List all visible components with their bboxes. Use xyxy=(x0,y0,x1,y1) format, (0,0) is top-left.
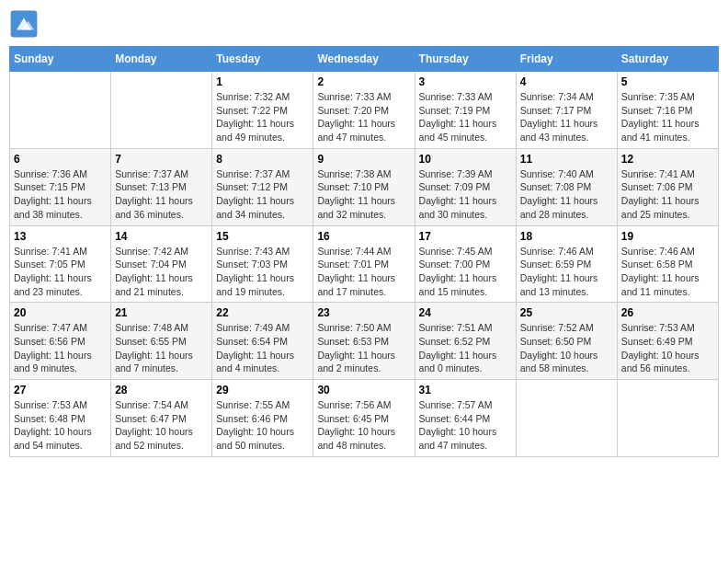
calendar-week-5: 27Sunrise: 7:53 AM Sunset: 6:48 PM Dayli… xyxy=(10,380,719,457)
day-info: Sunrise: 7:42 AM Sunset: 7:04 PM Dayligh… xyxy=(115,245,208,299)
day-number: 29 xyxy=(216,384,309,396)
logo xyxy=(9,9,42,39)
calendar-cell: 13Sunrise: 7:41 AM Sunset: 7:05 PM Dayli… xyxy=(10,225,111,303)
calendar-cell: 29Sunrise: 7:55 AM Sunset: 6:46 PM Dayli… xyxy=(212,380,313,457)
day-info: Sunrise: 7:41 AM Sunset: 7:05 PM Dayligh… xyxy=(14,245,107,299)
day-info: Sunrise: 7:55 AM Sunset: 6:46 PM Dayligh… xyxy=(216,398,309,453)
calendar-cell: 20Sunrise: 7:47 AM Sunset: 6:56 PM Dayli… xyxy=(10,303,111,380)
day-number: 15 xyxy=(216,230,309,243)
calendar-cell: 5Sunrise: 7:35 AM Sunset: 7:16 PM Daylig… xyxy=(617,72,718,149)
calendar-cell: 26Sunrise: 7:53 AM Sunset: 6:49 PM Dayli… xyxy=(617,303,718,380)
day-number: 21 xyxy=(115,306,208,319)
calendar-cell: 2Sunrise: 7:33 AM Sunset: 7:20 PM Daylig… xyxy=(313,72,415,149)
calendar-header-wednesday: Wednesday xyxy=(313,47,415,72)
day-info: Sunrise: 7:34 AM Sunset: 7:17 PM Dayligh… xyxy=(520,90,613,144)
calendar-cell: 3Sunrise: 7:33 AM Sunset: 7:19 PM Daylig… xyxy=(415,72,516,149)
calendar-cell: 25Sunrise: 7:52 AM Sunset: 6:50 PM Dayli… xyxy=(516,303,617,380)
calendar-header-thursday: Thursday xyxy=(415,47,516,72)
day-number: 1 xyxy=(216,75,309,88)
day-number: 28 xyxy=(115,384,208,396)
day-number: 24 xyxy=(419,306,512,319)
day-info: Sunrise: 7:40 AM Sunset: 7:08 PM Dayligh… xyxy=(520,167,613,222)
day-number: 20 xyxy=(14,306,107,319)
day-number: 17 xyxy=(419,230,512,243)
calendar-cell: 18Sunrise: 7:46 AM Sunset: 6:59 PM Dayli… xyxy=(516,225,617,303)
day-number: 23 xyxy=(317,306,410,319)
day-info: Sunrise: 7:41 AM Sunset: 7:06 PM Dayligh… xyxy=(621,167,714,222)
calendar-cell: 30Sunrise: 7:56 AM Sunset: 6:45 PM Dayli… xyxy=(313,380,415,457)
calendar-week-3: 13Sunrise: 7:41 AM Sunset: 7:05 PM Dayli… xyxy=(10,225,719,303)
calendar: SundayMondayTuesdayWednesdayThursdayFrid… xyxy=(9,46,719,457)
day-info: Sunrise: 7:47 AM Sunset: 6:56 PM Dayligh… xyxy=(14,321,107,375)
calendar-cell: 7Sunrise: 7:37 AM Sunset: 7:13 PM Daylig… xyxy=(111,148,212,225)
day-info: Sunrise: 7:48 AM Sunset: 6:55 PM Dayligh… xyxy=(115,321,208,375)
day-info: Sunrise: 7:37 AM Sunset: 7:12 PM Dayligh… xyxy=(216,167,309,222)
day-number: 19 xyxy=(621,230,714,243)
day-info: Sunrise: 7:46 AM Sunset: 6:58 PM Dayligh… xyxy=(621,245,714,299)
logo-icon xyxy=(9,9,39,39)
day-number: 25 xyxy=(520,306,613,319)
day-info: Sunrise: 7:32 AM Sunset: 7:22 PM Dayligh… xyxy=(216,90,309,144)
calendar-cell: 24Sunrise: 7:51 AM Sunset: 6:52 PM Dayli… xyxy=(415,303,516,380)
calendar-week-4: 20Sunrise: 7:47 AM Sunset: 6:56 PM Dayli… xyxy=(10,303,719,380)
calendar-cell: 9Sunrise: 7:38 AM Sunset: 7:10 PM Daylig… xyxy=(313,148,415,225)
calendar-cell: 28Sunrise: 7:54 AM Sunset: 6:47 PM Dayli… xyxy=(111,380,212,457)
day-info: Sunrise: 7:51 AM Sunset: 6:52 PM Dayligh… xyxy=(419,321,512,375)
calendar-cell xyxy=(617,380,718,457)
calendar-header-tuesday: Tuesday xyxy=(212,47,313,72)
calendar-header-monday: Monday xyxy=(111,47,212,72)
day-number: 30 xyxy=(317,384,410,396)
day-info: Sunrise: 7:33 AM Sunset: 7:19 PM Dayligh… xyxy=(419,90,512,144)
calendar-header-saturday: Saturday xyxy=(617,47,718,72)
day-info: Sunrise: 7:44 AM Sunset: 7:01 PM Dayligh… xyxy=(317,245,410,299)
day-number: 31 xyxy=(419,384,512,396)
day-info: Sunrise: 7:52 AM Sunset: 6:50 PM Dayligh… xyxy=(520,321,613,375)
calendar-cell: 4Sunrise: 7:34 AM Sunset: 7:17 PM Daylig… xyxy=(516,72,617,149)
calendar-header-row: SundayMondayTuesdayWednesdayThursdayFrid… xyxy=(10,47,719,72)
page-header xyxy=(9,9,719,39)
day-number: 12 xyxy=(621,153,714,166)
day-info: Sunrise: 7:43 AM Sunset: 7:03 PM Dayligh… xyxy=(216,245,309,299)
calendar-cell xyxy=(516,380,617,457)
day-number: 8 xyxy=(216,153,309,166)
calendar-cell: 22Sunrise: 7:49 AM Sunset: 6:54 PM Dayli… xyxy=(212,303,313,380)
calendar-cell: 12Sunrise: 7:41 AM Sunset: 7:06 PM Dayli… xyxy=(617,148,718,225)
calendar-header-friday: Friday xyxy=(516,47,617,72)
day-info: Sunrise: 7:56 AM Sunset: 6:45 PM Dayligh… xyxy=(317,398,410,453)
calendar-cell: 27Sunrise: 7:53 AM Sunset: 6:48 PM Dayli… xyxy=(10,380,111,457)
day-info: Sunrise: 7:35 AM Sunset: 7:16 PM Dayligh… xyxy=(621,90,714,144)
day-info: Sunrise: 7:46 AM Sunset: 6:59 PM Dayligh… xyxy=(520,245,613,299)
calendar-cell: 1Sunrise: 7:32 AM Sunset: 7:22 PM Daylig… xyxy=(212,72,313,149)
calendar-cell: 11Sunrise: 7:40 AM Sunset: 7:08 PM Dayli… xyxy=(516,148,617,225)
day-number: 3 xyxy=(419,75,512,88)
calendar-cell: 14Sunrise: 7:42 AM Sunset: 7:04 PM Dayli… xyxy=(111,225,212,303)
calendar-cell xyxy=(10,72,111,149)
day-number: 13 xyxy=(14,230,107,243)
day-number: 6 xyxy=(14,153,107,166)
day-number: 22 xyxy=(216,306,309,319)
day-number: 7 xyxy=(115,153,208,166)
calendar-header-sunday: Sunday xyxy=(10,47,111,72)
calendar-cell: 6Sunrise: 7:36 AM Sunset: 7:15 PM Daylig… xyxy=(10,148,111,225)
day-info: Sunrise: 7:53 AM Sunset: 6:48 PM Dayligh… xyxy=(14,398,107,453)
day-info: Sunrise: 7:39 AM Sunset: 7:09 PM Dayligh… xyxy=(419,167,512,222)
day-info: Sunrise: 7:54 AM Sunset: 6:47 PM Dayligh… xyxy=(115,398,208,453)
day-number: 18 xyxy=(520,230,613,243)
day-number: 27 xyxy=(14,384,107,396)
calendar-cell: 15Sunrise: 7:43 AM Sunset: 7:03 PM Dayli… xyxy=(212,225,313,303)
day-number: 14 xyxy=(115,230,208,243)
day-number: 9 xyxy=(317,153,410,166)
calendar-cell: 10Sunrise: 7:39 AM Sunset: 7:09 PM Dayli… xyxy=(415,148,516,225)
calendar-cell: 31Sunrise: 7:57 AM Sunset: 6:44 PM Dayli… xyxy=(415,380,516,457)
day-info: Sunrise: 7:57 AM Sunset: 6:44 PM Dayligh… xyxy=(419,398,512,453)
day-number: 11 xyxy=(520,153,613,166)
day-number: 16 xyxy=(317,230,410,243)
calendar-week-1: 1Sunrise: 7:32 AM Sunset: 7:22 PM Daylig… xyxy=(10,72,719,149)
calendar-cell: 21Sunrise: 7:48 AM Sunset: 6:55 PM Dayli… xyxy=(111,303,212,380)
day-number: 4 xyxy=(520,75,613,88)
calendar-cell: 17Sunrise: 7:45 AM Sunset: 7:00 PM Dayli… xyxy=(415,225,516,303)
calendar-week-2: 6Sunrise: 7:36 AM Sunset: 7:15 PM Daylig… xyxy=(10,148,719,225)
calendar-cell: 23Sunrise: 7:50 AM Sunset: 6:53 PM Dayli… xyxy=(313,303,415,380)
day-info: Sunrise: 7:33 AM Sunset: 7:20 PM Dayligh… xyxy=(317,90,410,144)
day-number: 5 xyxy=(621,75,714,88)
